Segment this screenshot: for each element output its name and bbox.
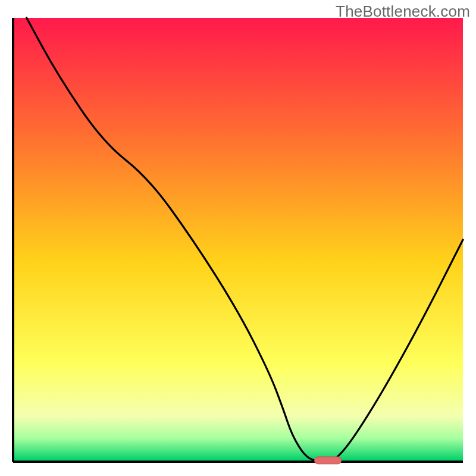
optimal-marker (315, 457, 342, 464)
heat-gradient-background (13, 18, 463, 461)
chart-stage: TheBottleneck.com (0, 0, 476, 476)
bottleneck-chart (0, 0, 476, 476)
